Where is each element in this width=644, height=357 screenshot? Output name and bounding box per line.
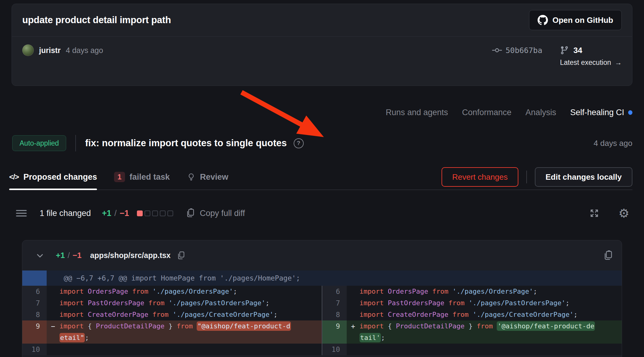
fix-header-row: Auto-applied fix: normalize import quote…	[12, 133, 632, 153]
diff-pane-before: 6import OrdersPage from './pages/OrdersP…	[22, 286, 322, 355]
hunk-gutter-block	[22, 270, 47, 286]
diff-sign: +	[347, 320, 360, 344]
file-diff-card: +1 / −1 apps/shop/src/app.tsx @@ −6,7 +6…	[22, 240, 622, 357]
line-number: 10	[22, 344, 47, 355]
fix-timestamp: 4 days ago	[594, 139, 632, 148]
hunk-header-row: @@ −6,7 +6,7 @@ import HomePage from './…	[22, 270, 622, 286]
copy-icon	[186, 208, 195, 218]
tab-review[interactable]: Review	[187, 164, 228, 189]
runs-group: 34 Latest execution →	[560, 44, 622, 67]
arrow-right-icon: →	[615, 58, 622, 67]
code-content: import PastOrdersPage from './pages/Past…	[360, 297, 595, 309]
open-on-github-button[interactable]: Open on GitHub	[529, 10, 622, 30]
tab-proposed-changes[interactable]: </> Proposed changes	[9, 164, 97, 189]
commit-timestamp: 4 days ago	[66, 46, 103, 55]
deletions-count: −1	[120, 209, 129, 218]
code-content: import OrdersPage from './pages/OrdersPa…	[360, 286, 595, 297]
files-changed-label: 1 file changed	[40, 209, 91, 218]
line-number: 6	[22, 286, 47, 297]
line-number: 8	[22, 309, 47, 320]
vertical-divider	[75, 135, 76, 151]
copy-file-diff-icon[interactable]	[603, 250, 613, 261]
diff-sign	[347, 297, 360, 309]
revert-changes-button[interactable]: Revert changes	[442, 167, 518, 187]
nav-item-self-healing-ci[interactable]: Self-healing CI	[570, 108, 632, 117]
line-number: 7	[322, 297, 347, 309]
line-number: 10	[322, 344, 347, 355]
diff-line-6: 6import OrdersPage from './pages/OrdersP…	[22, 286, 322, 297]
additions-count: +1	[102, 209, 111, 218]
author-name: juristr	[39, 46, 61, 55]
diff-stat-block	[160, 210, 166, 216]
commit-hash: 50b667ba	[506, 46, 542, 55]
diff-sign	[347, 309, 360, 320]
copy-full-diff-button[interactable]: Copy full diff	[186, 208, 245, 218]
file-additions: +1	[56, 251, 65, 260]
failed-count-badge: 1	[114, 172, 125, 182]
copy-path-icon[interactable]	[177, 251, 185, 260]
copy-full-diff-label: Copy full diff	[200, 209, 245, 218]
help-icon[interactable]: ?	[294, 138, 304, 148]
diff-sign: −	[47, 320, 59, 344]
diff-sign	[347, 286, 360, 297]
file-diff-header: +1 / −1 apps/shop/src/app.tsx	[22, 240, 622, 270]
diff-line-10: 10	[22, 344, 322, 355]
file-list-menu-icon[interactable]	[16, 209, 27, 217]
collapse-chevron-icon[interactable]	[35, 251, 45, 260]
diff-sign	[47, 344, 59, 355]
line-number: 6	[322, 286, 347, 297]
commit-card-header: update product detail import path Open o…	[12, 4, 632, 37]
split-diff-panes: 6import OrdersPage from './pages/OrdersP…	[22, 286, 622, 355]
diff-line-6: 6import OrdersPage from './pages/OrdersP…	[322, 286, 622, 297]
diff-stat-blocks	[137, 210, 173, 216]
top-nav: Runs and agents Conformance Analysis Sel…	[386, 105, 632, 120]
diff-pane-after: 6import OrdersPage from './pages/OrdersP…	[322, 286, 622, 355]
open-on-github-label: Open on GitHub	[553, 16, 613, 25]
file-stat-separator: /	[68, 251, 70, 260]
latest-execution-label: Latest execution	[560, 58, 611, 67]
button-divider	[526, 171, 527, 183]
diff-stat-block	[137, 210, 143, 216]
commit-icon	[492, 47, 502, 54]
hunk-header-text: @@ −6,7 +6,7 @@ import HomePage from './…	[47, 270, 300, 286]
line-number: 7	[22, 297, 47, 309]
commit-refs: 50b667ba 34 Latest execution →	[492, 44, 622, 67]
nav-item-conformance[interactable]: Conformance	[462, 108, 511, 117]
line-number: 8	[322, 309, 347, 320]
diff-sign	[47, 297, 59, 309]
line-number: 9	[22, 320, 47, 344]
self-healing-ci-page: update product detail import path Open o…	[0, 0, 644, 357]
code-icon: </>	[9, 173, 19, 181]
notification-dot	[628, 110, 632, 115]
diff-line-9: 9−import { ProductDetailPage } from "@ai…	[22, 320, 322, 344]
edit-changes-locally-button[interactable]: Edit changes locally	[535, 167, 632, 187]
code-content: import CreateOrderPage from './pages/Cre…	[59, 309, 291, 320]
diff-stat-block	[145, 210, 150, 216]
auto-applied-badge: Auto-applied	[12, 135, 66, 151]
expand-fullscreen-icon[interactable]	[589, 208, 599, 218]
tab-bar: </> Proposed changes 1 failed task Revie…	[9, 164, 632, 190]
fix-title: fix: normalize import quotes to single q…	[85, 138, 287, 149]
diff-line-10: 10	[322, 344, 622, 355]
commit-hash-link[interactable]: 50b667ba	[492, 44, 542, 56]
latest-execution-link[interactable]: Latest execution →	[560, 58, 622, 67]
tab-failed-task[interactable]: 1 failed task	[114, 164, 170, 189]
code-content: import PastOrdersPage from './pages/Past…	[59, 297, 291, 309]
file-deletions: −1	[73, 251, 82, 260]
code-content: import OrdersPage from './pages/OrdersPa…	[59, 286, 291, 297]
runs-count-group[interactable]: 34	[560, 44, 582, 56]
settings-gear-icon[interactable]: ⚙	[618, 207, 629, 219]
runs-count: 34	[573, 46, 582, 55]
author-group: juristr 4 days ago	[22, 44, 103, 56]
code-content: import CreateOrderPage from './pages/Cre…	[360, 309, 595, 320]
action-buttons: Revert changes Edit changes locally	[442, 167, 632, 187]
nav-item-analysis[interactable]: Analysis	[525, 108, 556, 117]
lightbulb-icon	[187, 173, 195, 181]
diff-stat-block	[167, 210, 173, 216]
stat-separator: /	[114, 209, 117, 218]
nav-item-runs-and-agents[interactable]: Runs and agents	[386, 108, 448, 117]
diff-stat-block	[152, 210, 158, 216]
code-content	[360, 344, 595, 355]
workflow-branch-icon	[560, 46, 569, 55]
diff-toolbar: 1 file changed +1 / −1 Copy full diff ⚙	[16, 206, 629, 221]
